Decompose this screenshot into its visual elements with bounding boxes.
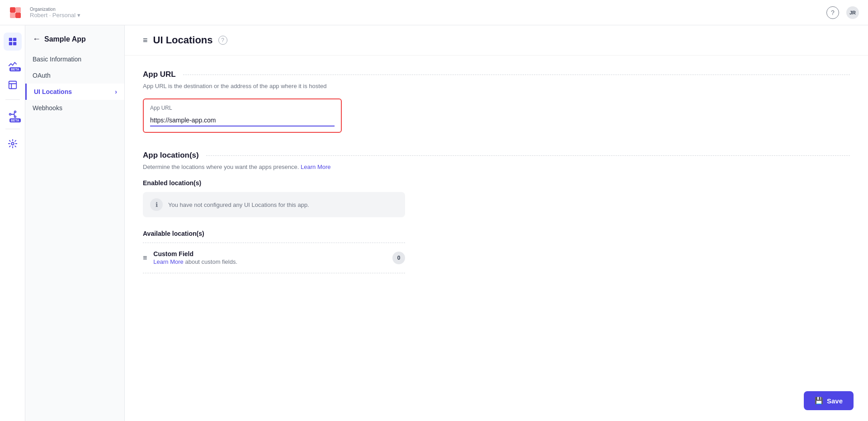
location-count-badge: 0 — [392, 252, 405, 264]
location-description: Learn More about custom fields. — [153, 257, 386, 266]
app-locations-title: App location(s) — [143, 151, 199, 160]
content-area: App URL App URL is the destination or th… — [125, 56, 868, 421]
save-icon: 💾 — [815, 397, 823, 405]
info-icon: ℹ — [150, 198, 163, 211]
nav-left: Organization Robert · Personal ▾ — [9, 6, 80, 19]
svg-rect-0 — [10, 7, 15, 13]
back-arrow-icon: ← — [33, 34, 41, 44]
available-locations-title: Available location(s) — [143, 230, 850, 237]
org-section: Organization Robert · Personal ▾ — [30, 7, 80, 19]
back-button[interactable]: ← Sample App — [25, 34, 124, 51]
save-button[interactable]: 💾 Save — [804, 391, 854, 410]
divider — [5, 99, 20, 100]
sidebar-item-settings[interactable] — [4, 135, 22, 153]
learn-more-link[interactable]: Learn More — [301, 164, 330, 170]
app-url-description: App URL is the destination or the addres… — [143, 83, 850, 89]
location-name: Custom Field — [153, 250, 386, 257]
main-layout: BETA BETA ← Sample App Basic Information… — [0, 25, 868, 421]
svg-rect-5 — [13, 38, 16, 41]
sidebar: ← Sample App Basic Information OAuth UI … — [25, 25, 125, 421]
app-url-input[interactable] — [150, 115, 335, 126]
svg-rect-7 — [13, 42, 16, 45]
sidebar-item-analytics[interactable]: BETA — [4, 54, 22, 72]
svg-rect-8 — [9, 81, 16, 89]
sidebar-item-basic-information[interactable]: Basic Information — [25, 51, 124, 67]
app-url-input-box: App URL — [143, 98, 342, 133]
sidebar-item-webhooks[interactable]: Webhooks — [25, 100, 124, 116]
svg-point-12 — [11, 142, 14, 145]
user-avatar[interactable]: JR — [846, 6, 859, 19]
top-nav: Organization Robert · Personal ▾ ? JR — [0, 0, 868, 25]
help-button[interactable]: ? — [826, 6, 839, 19]
org-label: Organization — [30, 7, 80, 12]
sidebar-item-inbox[interactable] — [4, 76, 22, 94]
custom-field-learn-more-link[interactable]: Learn More — [153, 258, 183, 265]
app-locations-section: App location(s) Determine the locations … — [143, 151, 850, 273]
custom-field-icon: ≡ — [143, 254, 147, 262]
sidebar-item-oauth[interactable]: OAuth — [25, 67, 124, 84]
chevron-down-icon[interactable]: ▾ — [77, 12, 80, 19]
no-config-message: You have not configured any UI Locations… — [168, 201, 309, 208]
beta-badge-2: BETA — [9, 118, 21, 122]
svg-rect-6 — [9, 42, 12, 45]
menu-icon: ≡ — [143, 36, 148, 45]
nav-right: ? JR — [826, 6, 859, 19]
svg-rect-4 — [9, 38, 12, 41]
app-title: Sample App — [44, 35, 86, 43]
section-divider — [183, 75, 850, 75]
app-url-section: App URL App URL is the destination or th… — [143, 70, 850, 133]
save-label: Save — [827, 397, 843, 405]
sidebar-item-grid[interactable] — [4, 33, 22, 51]
logo-icon — [9, 6, 22, 19]
page-header: ≡ UI Locations ? — [125, 25, 868, 56]
main-content: ≡ UI Locations ? App URL App URL is the … — [125, 25, 868, 421]
icon-bar: BETA BETA — [0, 25, 25, 421]
page-title: UI Locations — [153, 34, 213, 46]
location-item-custom-field: ≡ Custom Field Learn More about custom f… — [143, 243, 405, 273]
app-locations-description: Determine the locations where you want t… — [143, 164, 850, 170]
chevron-right-icon: › — [115, 88, 117, 95]
url-input-label: App URL — [150, 105, 335, 111]
sidebar-item-ui-locations[interactable]: UI Locations › — [25, 84, 124, 100]
org-name: Robert · Personal ▾ — [30, 12, 80, 19]
enabled-locations-title: Enabled location(s) — [143, 179, 850, 187]
svg-rect-3 — [15, 13, 21, 18]
app-url-title: App URL — [143, 70, 176, 79]
section-divider-2 — [206, 155, 850, 156]
svg-rect-1 — [15, 7, 21, 13]
app-url-header: App URL — [143, 70, 850, 79]
no-config-message-box: ℹ You have not configured any UI Locatio… — [143, 192, 405, 217]
svg-rect-2 — [10, 13, 15, 18]
app-locations-header: App location(s) — [143, 151, 850, 160]
save-button-container: 💾 Save — [804, 391, 854, 410]
location-info: Custom Field Learn More about custom fie… — [153, 250, 386, 266]
sidebar-item-workflow[interactable]: BETA — [4, 105, 22, 123]
beta-badge: BETA — [9, 67, 21, 71]
divider-2 — [5, 129, 20, 129]
page-help-icon[interactable]: ? — [218, 36, 227, 45]
